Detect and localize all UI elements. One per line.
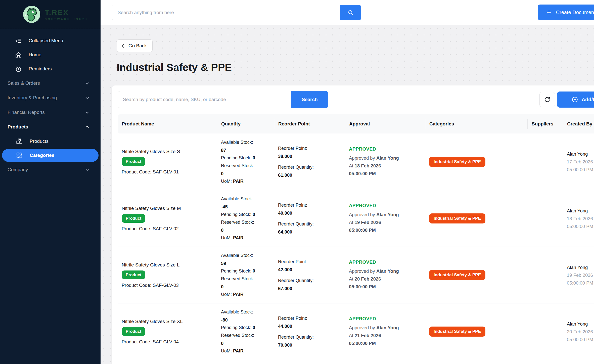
reorder-cell: Reorder Point: 42.000 Reorder Quantity: … (274, 254, 345, 296)
product-type-badge: Product (122, 270, 145, 279)
pending-stock-value: 0 (253, 268, 255, 274)
pending-stock-value: 0 (253, 155, 255, 160)
created-by-cell: Alan Yong 17 Feb 2026 05:00:00 PM (563, 147, 594, 177)
created-date: 19 Feb 2026 (567, 271, 594, 279)
reorder-quantity-value: 67.000 (278, 285, 341, 292)
house-icon (15, 52, 22, 58)
product-name: Nitrile Safety Gloves Size XL (122, 319, 213, 324)
page-title: Industrial Safety & PPE (117, 62, 232, 73)
sidebar-section-sales-orders[interactable]: Sales & Orders (0, 76, 101, 90)
approval-cell: APPROVED Approved by Alan Yong At 21 Feb… (345, 312, 425, 351)
brand-tagline: SOFTWARE HOUSE (45, 18, 89, 21)
created-date: 18 Feb 2026 (567, 215, 594, 222)
created-time: 05:00:00 PM (567, 279, 594, 287)
reserved-stock-value: 0 (221, 339, 270, 347)
available-stock-value: -45 (221, 203, 270, 211)
table-row[interactable]: Nitrile Safety Gloves Size M Product Pro… (118, 190, 594, 247)
table-row[interactable]: Nitrile Safety Gloves Size L Product Pro… (118, 247, 594, 303)
column-header-categories: Categories (425, 119, 527, 129)
created-by-cell: Alan Yong 20 Feb 2026 05:00:00 PM (563, 316, 594, 347)
product-code: Product Code: SAF-GLV-01 (122, 169, 213, 175)
column-header-created-by: Created By (563, 119, 594, 129)
trex-logo-icon (22, 5, 41, 24)
sidebar-nav: Collapsed Menu Home Reminders Sales & Or… (0, 29, 101, 177)
product-search: Search (118, 91, 328, 108)
creator-name: Alan Yong (567, 150, 594, 158)
approver-name: Alan Yong (376, 325, 399, 330)
approver-name: Alan Yong (376, 155, 399, 161)
sidebar-section-inventory-purchasing[interactable]: Inventory & Purchasing (0, 90, 101, 105)
sidebar-item-label: Categories (30, 153, 54, 158)
brand-logo: T.REX SOFTWARE HOUSE (0, 0, 101, 29)
sidebar-item-collapsed-menu[interactable]: Collapsed Menu (0, 34, 101, 48)
created-date: 20 Feb 2026 (567, 328, 594, 336)
available-stock-value: 87 (221, 146, 270, 154)
sidebar-item-label: Reminders (29, 66, 52, 72)
create-document-button[interactable]: Create Document (538, 5, 594, 20)
product-search-input[interactable] (118, 91, 291, 108)
sidebar-item-home[interactable]: Home (0, 48, 101, 62)
approval-cell: APPROVED Approved by Alan Yong At 20 Feb… (345, 256, 425, 294)
product-type-badge: Product (122, 157, 145, 166)
approval-date: 18 Feb 2026 (355, 163, 381, 168)
product-type-badge: Product (122, 327, 145, 336)
uom-value: PAIR (233, 348, 244, 353)
reserved-stock-value: 0 (221, 283, 270, 291)
sidebar-item-label: Collapsed Menu (29, 38, 63, 43)
table-row[interactable]: Nitrile Safety Gloves Size XL Product Pr… (118, 303, 594, 360)
categories-cell: Industrial Safety & PPE (425, 210, 527, 227)
boxes-icon (16, 138, 23, 145)
topbar: Create Document (101, 0, 594, 25)
sidebar-section-financial-reports[interactable]: Financial Reports (0, 105, 101, 120)
product-name-cell: Nitrile Safety Gloves Size S Product Pro… (118, 145, 217, 178)
chevron-down-icon (85, 167, 89, 172)
table-body: Nitrile Safety Gloves Size S Product Pro… (118, 133, 594, 360)
global-search-input[interactable] (112, 5, 340, 20)
product-search-button[interactable]: Search (291, 91, 328, 108)
reserved-stock-value: 0 (221, 226, 270, 234)
grid-shapes-icon (16, 152, 23, 159)
approver-name: Alan Yong (376, 212, 399, 217)
approval-date: 20 Feb 2026 (355, 276, 381, 282)
product-name: Nitrile Safety Gloves Size L (122, 262, 213, 268)
go-back-button[interactable]: Go Back (117, 39, 153, 52)
created-by-cell: Alan Yong 19 Feb 2026 05:00:00 PM (563, 260, 594, 290)
created-time: 05:00:00 PM (567, 336, 594, 343)
menu-fold-icon (15, 37, 22, 44)
sidebar-item-products[interactable]: Products (0, 134, 101, 148)
chevron-down-icon (85, 96, 89, 100)
reorder-quantity-value: 61.000 (278, 171, 341, 179)
quantity-cell: Available Stock: -45 Pending Stock: 0 Re… (217, 192, 274, 245)
sidebar-section-company[interactable]: Company (0, 162, 101, 177)
chevron-down-icon (85, 81, 89, 85)
approval-time: 05:00:00 PM (349, 284, 376, 289)
products-card: Search Add/Create Product Name Quantity … (112, 85, 594, 364)
chevron-up-icon (85, 125, 89, 129)
approval-date: 19 Feb 2026 (355, 220, 381, 225)
sidebar-item-label: Products (30, 139, 49, 144)
sidebar-item-categories[interactable]: Categories (2, 149, 99, 162)
reorder-quantity-value: 64.000 (278, 228, 341, 236)
approver-name: Alan Yong (376, 268, 399, 274)
product-name: Nitrile Safety Gloves Size M (122, 206, 213, 211)
quantity-cell: Available Stock: 59 Pending Stock: 0 Res… (217, 248, 274, 302)
created-time: 05:00:00 PM (567, 166, 594, 173)
refresh-button[interactable] (539, 92, 555, 107)
suppliers-cell (527, 215, 563, 222)
main-content: Go Back Industrial Safety & PPE Search A… (101, 25, 594, 364)
chevron-left-icon (121, 43, 125, 48)
table-row[interactable]: Nitrile Safety Gloves Size S Product Pro… (118, 133, 594, 190)
sidebar-item-reminders[interactable]: Reminders (0, 62, 101, 76)
global-search-button[interactable] (340, 5, 361, 20)
category-badge: Industrial Safety & PPE (429, 327, 485, 337)
column-header-product-name: Product Name (118, 119, 217, 129)
product-name-cell: Nitrile Safety Gloves Size M Product Pro… (118, 202, 217, 235)
add-create-button[interactable]: Add/Create (557, 92, 594, 108)
circle-plus-icon (572, 96, 578, 103)
category-badge: Industrial Safety & PPE (429, 270, 485, 280)
creator-name: Alan Yong (567, 263, 594, 271)
products-table: Product Name Quantity Reorder Point Appr… (118, 114, 594, 364)
approval-date: 21 Feb 2026 (355, 333, 381, 338)
sidebar-section-products[interactable]: Products (0, 120, 101, 134)
product-name-cell: Nitrile Safety Gloves Size L Product Pro… (118, 259, 217, 292)
